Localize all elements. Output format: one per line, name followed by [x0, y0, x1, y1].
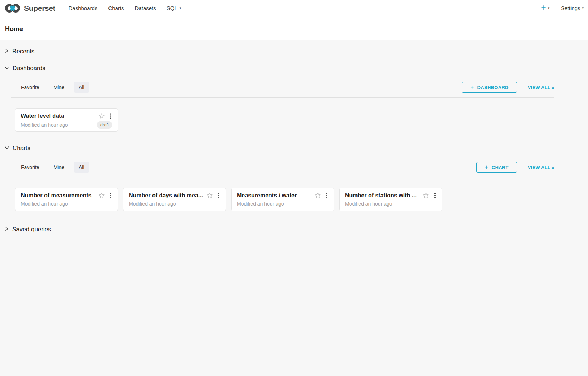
card-icons	[422, 192, 437, 199]
main-nav: Dashboards Charts Datasets SQL ▾	[63, 0, 186, 16]
modified-text: Modified an hour ago	[21, 201, 112, 207]
dashboards-cards-row: Water level data Modified an hour ago dr…	[0, 108, 588, 132]
dashboards-actions: + DASHBOARD VIEW ALL »	[462, 82, 554, 93]
page-title-bar: Home	[0, 16, 588, 40]
section-dashboards-header[interactable]: Dashboards	[0, 64, 588, 73]
card-footer: Modified an hour ago	[21, 201, 112, 207]
caret-down-icon: ▾	[548, 6, 550, 10]
kebab-menu-icon[interactable]	[109, 192, 113, 199]
card-icons	[98, 112, 113, 120]
section-saved-queries-header[interactable]: Saved queries	[0, 225, 588, 234]
card-header: Measurements / water	[237, 192, 329, 199]
tab-mine[interactable]: Mine	[49, 82, 69, 93]
card-footer: Modified an hour ago	[237, 201, 329, 207]
view-all-dashboards-link[interactable]: VIEW ALL »	[528, 85, 554, 90]
tab-favorite[interactable]: Favorite	[16, 162, 44, 173]
star-icon[interactable]	[422, 192, 429, 199]
plus-icon: +	[541, 4, 546, 12]
section-charts-header[interactable]: Charts	[0, 144, 588, 153]
navbar: Superset Dashboards Charts Datasets SQL …	[0, 0, 588, 16]
card-footer: Modified an hour ago	[129, 201, 220, 207]
nav-item-dashboards[interactable]: Dashboards	[63, 0, 103, 16]
charts-toolbar: Favorite Mine All + CHART VIEW ALL »	[0, 162, 588, 173]
chevron-right-icon	[4, 226, 9, 233]
divider	[11, 97, 554, 98]
card-title: Number of stations with ...	[345, 192, 419, 199]
brand-name: Superset	[24, 4, 55, 13]
plus-icon: +	[470, 84, 474, 91]
chart-card[interactable]: Measurements / water Modified an hour ag…	[231, 188, 334, 211]
star-icon[interactable]	[314, 192, 321, 199]
star-icon[interactable]	[98, 192, 105, 199]
add-dashboard-button[interactable]: + DASHBOARD	[462, 82, 517, 93]
tab-all[interactable]: All	[74, 162, 89, 173]
nav-item-charts[interactable]: Charts	[103, 0, 129, 16]
card-header: Number of stations with ...	[345, 192, 437, 199]
settings-menu[interactable]: Settings ▾	[561, 5, 584, 11]
nav-item-datasets[interactable]: Datasets	[130, 0, 161, 16]
add-dashboard-label: DASHBOARD	[477, 85, 509, 90]
card-icons	[206, 192, 221, 199]
navbar-plus-button[interactable]: + ▾	[541, 5, 549, 12]
kebab-menu-icon[interactable]	[433, 192, 437, 199]
star-icon[interactable]	[206, 192, 213, 199]
card-title: Measurements / water	[237, 192, 311, 199]
card-title: Number of days with mea...	[129, 192, 203, 199]
dashboard-card[interactable]: Water level data Modified an hour ago dr…	[15, 108, 118, 132]
section-label: Dashboards	[13, 65, 45, 72]
kebab-menu-icon[interactable]	[109, 112, 113, 120]
chevron-down-icon	[4, 65, 9, 72]
section-label: Saved queries	[12, 226, 51, 233]
card-title: Number of measurements	[21, 192, 95, 199]
page-title: Home	[5, 25, 23, 33]
caret-down-icon: ▾	[582, 6, 584, 10]
settings-label: Settings	[561, 5, 580, 11]
chevron-down-icon	[4, 145, 9, 151]
nav-label: Datasets	[135, 5, 156, 11]
chart-card[interactable]: Number of measurements Modified an hour …	[15, 188, 118, 211]
tab-all[interactable]: All	[74, 82, 89, 93]
superset-infinity-icon	[4, 3, 21, 14]
home-content: Recents Dashboards Favorite Mine All + D…	[0, 40, 588, 376]
section-recents-header[interactable]: Recents	[0, 47, 588, 56]
draft-badge: draft	[97, 121, 112, 129]
chevron-right-icon	[4, 48, 9, 55]
nav-label: Dashboards	[68, 5, 97, 11]
star-icon[interactable]	[98, 112, 105, 120]
kebab-menu-icon[interactable]	[217, 192, 221, 199]
tab-mine[interactable]: Mine	[49, 162, 69, 173]
nav-label: Charts	[108, 5, 124, 11]
navbar-right: + ▾ Settings ▾	[541, 5, 584, 12]
add-chart-label: CHART	[492, 165, 509, 170]
view-all-charts-link[interactable]: VIEW ALL »	[528, 165, 554, 170]
card-header: Water level data	[21, 112, 112, 120]
nav-item-sql[interactable]: SQL ▾	[161, 0, 187, 16]
card-header: Number of measurements	[21, 192, 112, 199]
charts-filter-tabs: Favorite Mine All	[16, 162, 89, 173]
dashboards-filter-tabs: Favorite Mine All	[16, 82, 89, 93]
chart-card[interactable]: Number of stations with ... Modified an …	[339, 188, 442, 211]
charts-actions: + CHART VIEW ALL »	[476, 162, 554, 173]
section-label: Recents	[12, 48, 34, 55]
dashboards-toolbar: Favorite Mine All + DASHBOARD VIEW ALL »	[0, 82, 588, 93]
add-chart-button[interactable]: + CHART	[476, 162, 517, 173]
section-label: Charts	[13, 145, 30, 152]
superset-logo[interactable]: Superset	[4, 3, 55, 14]
card-icons	[98, 192, 113, 199]
caret-down-icon: ▾	[180, 6, 181, 10]
card-header: Number of days with mea...	[129, 192, 220, 199]
divider	[11, 178, 554, 178]
card-icons	[314, 192, 329, 199]
modified-text: Modified an hour ago	[345, 201, 437, 207]
card-footer: Modified an hour ago	[345, 201, 437, 207]
kebab-menu-icon[interactable]	[325, 192, 329, 199]
modified-text: Modified an hour ago	[129, 201, 220, 207]
chart-card[interactable]: Number of days with mea... Modified an h…	[123, 188, 226, 211]
charts-cards-row: Number of measurements Modified an hour …	[0, 188, 588, 211]
card-title: Water level data	[21, 113, 95, 119]
nav-label: SQL	[167, 5, 178, 11]
card-footer: Modified an hour ago draft	[21, 121, 112, 129]
tab-favorite[interactable]: Favorite	[16, 82, 44, 93]
plus-icon: +	[485, 164, 489, 171]
modified-text: Modified an hour ago	[21, 122, 97, 128]
